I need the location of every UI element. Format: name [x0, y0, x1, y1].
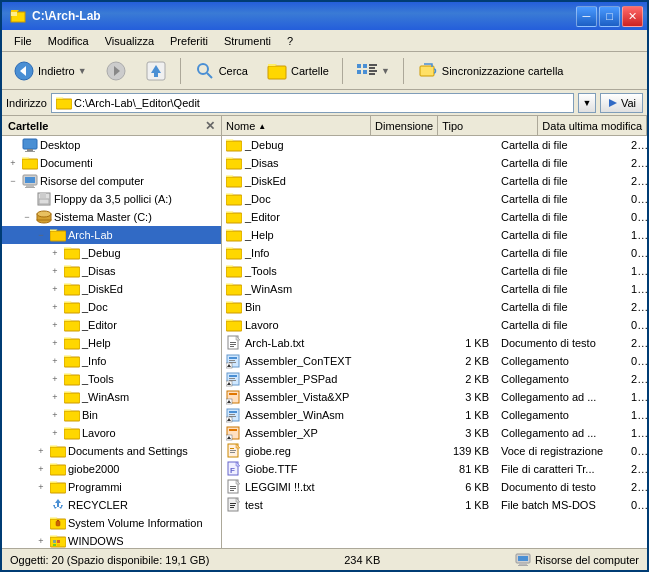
back-label: Indietro — [38, 65, 75, 77]
views-dropdown-icon[interactable]: ▼ — [381, 66, 390, 76]
file-list-body[interactable]: _DebugCartella di file24/05/2009 11.53_D… — [222, 136, 647, 548]
tree-expand-sistemac[interactable]: − — [20, 210, 34, 224]
tree-expand-bin[interactable]: + — [48, 408, 62, 422]
file-row[interactable]: LavoroCartella di file08/07/2009 14.39 — [222, 316, 647, 334]
tree-expand-programmi[interactable]: + — [34, 480, 48, 494]
tree-item-debug[interactable]: + _Debug — [2, 244, 221, 262]
tree-item-recycler[interactable]: RECYCLER — [2, 496, 221, 514]
menu-strumenti[interactable]: Strumenti — [216, 33, 279, 49]
file-cell-size: 1 KB — [417, 337, 497, 349]
tree-item-risorse[interactable]: − Risorse del computer — [2, 172, 221, 190]
svg-rect-115 — [229, 378, 235, 379]
minimize-button[interactable]: ─ — [576, 6, 597, 27]
file-row[interactable]: LEGGIMI !!.txt6 KBDocumento di testo24/0… — [222, 478, 647, 496]
tree-expand-disas[interactable]: + — [48, 264, 62, 278]
tree-expand-tools[interactable]: + — [48, 372, 62, 386]
file-row[interactable]: _HelpCartella di file14/04/2009 15.06 — [222, 226, 647, 244]
tree-item-windows[interactable]: + WINDOWS — [2, 532, 221, 548]
tree-item-bin[interactable]: + Bin — [2, 406, 221, 424]
tree-item-floppy[interactable]: Floppy da 3,5 pollici (A:) — [2, 190, 221, 208]
file-row[interactable]: _DiskEdCartella di file24/05/2009 12.03 — [222, 172, 647, 190]
menu-modifica[interactable]: Modifica — [40, 33, 97, 49]
tree-item-sistemac[interactable]: − Sistema Master (C:) — [2, 208, 221, 226]
tree-item-winasm[interactable]: + _WinAsm — [2, 388, 221, 406]
tree-expand-winasm[interactable]: + — [48, 390, 62, 404]
tree-expand-documenti[interactable]: + — [6, 156, 20, 170]
tree-item-giobe2000[interactable]: + giobe2000 — [2, 460, 221, 478]
go-button[interactable]: Vai — [600, 93, 643, 113]
file-row[interactable]: giobe.reg139 KBVoce di registrazione02/0… — [222, 442, 647, 460]
file-row[interactable]: Assembler_WinAsm1 KBCollegamento17/04/20… — [222, 406, 647, 424]
panel-close-button[interactable]: ✕ — [205, 119, 215, 133]
file-row[interactable]: Assembler_PSPad2 KBCollegamento24/05/200… — [222, 370, 647, 388]
tree-expand-docs-settings[interactable]: + — [34, 444, 48, 458]
address-label: Indirizzo — [6, 97, 47, 109]
col-header-name[interactable]: Nome ▲ — [222, 116, 371, 136]
tree-item-disas[interactable]: + _Disas — [2, 262, 221, 280]
tree-expand-editor[interactable]: + — [48, 318, 62, 332]
up-button[interactable] — [138, 56, 174, 86]
tree-item-disked[interactable]: + _DiskEd — [2, 280, 221, 298]
tree-item-doc[interactable]: + _Doc — [2, 298, 221, 316]
tree-item-lavoro[interactable]: + Lavoro — [2, 424, 221, 442]
file-row[interactable]: Arch-Lab.txt1 KBDocumento di testo25/05/… — [222, 334, 647, 352]
file-row[interactable]: Assembler_Vista&XP3 KBCollegamento ad ..… — [222, 388, 647, 406]
address-field[interactable]: C:\Arch-Lab\_Editor\Qedit — [51, 93, 574, 113]
folders-button[interactable]: Cartelle — [259, 56, 336, 86]
file-row[interactable]: _InfoCartella di file03/05/2009 14.36 — [222, 244, 647, 262]
tree-expand-doc[interactable]: + — [48, 300, 62, 314]
tree-expand-disked[interactable]: + — [48, 282, 62, 296]
tree-expand-floppy — [20, 192, 34, 206]
sync-button[interactable]: Sincronizzazione cartella — [410, 56, 571, 86]
file-row[interactable]: _EditorCartella di file03/05/2009 14.30 — [222, 208, 647, 226]
maximize-button[interactable]: □ — [599, 6, 620, 27]
file-row[interactable]: Assembler_XP3 KBCollegamento ad ...10/04… — [222, 424, 647, 442]
views-button[interactable]: ▼ — [349, 56, 397, 86]
file-row[interactable]: _DisasCartella di file24/05/2009 12.00 — [222, 154, 647, 172]
col-header-size[interactable]: Dimensione — [371, 116, 438, 136]
file-row[interactable]: _WinAsmCartella di file19/04/2009 19.49 — [222, 280, 647, 298]
tree-item-editor[interactable]: + _Editor — [2, 316, 221, 334]
file-row[interactable]: BinCartella di file26/06/2009 16.27 — [222, 298, 647, 316]
svg-rect-109 — [229, 360, 235, 361]
col-header-date[interactable]: Data ultima modifica — [538, 116, 647, 136]
col-header-type[interactable]: Tipo — [438, 116, 538, 136]
tree-expand-giobe2000[interactable]: + — [34, 462, 48, 476]
tree-expand-info[interactable]: + — [48, 354, 62, 368]
menu-help[interactable]: ? — [279, 33, 301, 49]
back-dropdown-icon[interactable]: ▼ — [78, 66, 87, 76]
file-row[interactable]: test1 KBFile batch MS-DOS02/05/2009 19.0… — [222, 496, 647, 514]
tree-container[interactable]: Desktop + Documenti − — [2, 136, 221, 548]
tree-item-docs-settings[interactable]: + Documents and Settings — [2, 442, 221, 460]
menu-preferiti[interactable]: Preferiti — [162, 33, 216, 49]
file-row[interactable]: _DocCartella di file07/06/2009 15.54 — [222, 190, 647, 208]
menu-visualizza[interactable]: Visualizza — [97, 33, 162, 49]
address-dropdown[interactable]: ▼ — [578, 93, 596, 113]
tree-item-tools[interactable]: + _Tools — [2, 370, 221, 388]
file-icon-folder — [226, 299, 242, 315]
tree-item-help[interactable]: + _Help — [2, 334, 221, 352]
tree-item-documenti[interactable]: + Documenti — [2, 154, 221, 172]
tree-item-desktop[interactable]: Desktop — [2, 136, 221, 154]
tree-expand-debug[interactable]: + — [48, 246, 62, 260]
menu-file[interactable]: File — [6, 33, 40, 49]
tree-item-info[interactable]: + _Info — [2, 352, 221, 370]
back-button[interactable]: Indietro ▼ — [6, 56, 94, 86]
tree-expand-risorse[interactable]: − — [6, 174, 20, 188]
close-button[interactable]: ✕ — [622, 6, 643, 27]
file-row[interactable]: Assembler_ConTEXT2 KBCollegamento04/05/2… — [222, 352, 647, 370]
file-row[interactable]: _DebugCartella di file24/05/2009 11.53 — [222, 136, 647, 154]
tree-expand-archlab[interactable]: − — [34, 228, 48, 242]
file-row[interactable]: FGiobe.TTF81 KBFile di caratteri Tr...24… — [222, 460, 647, 478]
file-cell-type: Cartella di file — [497, 319, 627, 331]
tree-item-archlab[interactable]: − Arch-Lab — [2, 226, 221, 244]
tree-label-debug: _Debug — [82, 247, 121, 259]
file-row[interactable]: _ToolsCartella di file14/04/2009 15.03 — [222, 262, 647, 280]
tree-expand-windows[interactable]: + — [34, 534, 48, 548]
tree-expand-help[interactable]: + — [48, 336, 62, 350]
tree-expand-lavoro[interactable]: + — [48, 426, 62, 440]
forward-button[interactable] — [98, 56, 134, 86]
search-button[interactable]: Cerca — [187, 56, 255, 86]
tree-item-sysvolinfo[interactable]: System Volume Information — [2, 514, 221, 532]
tree-item-programmi[interactable]: + Programmi — [2, 478, 221, 496]
